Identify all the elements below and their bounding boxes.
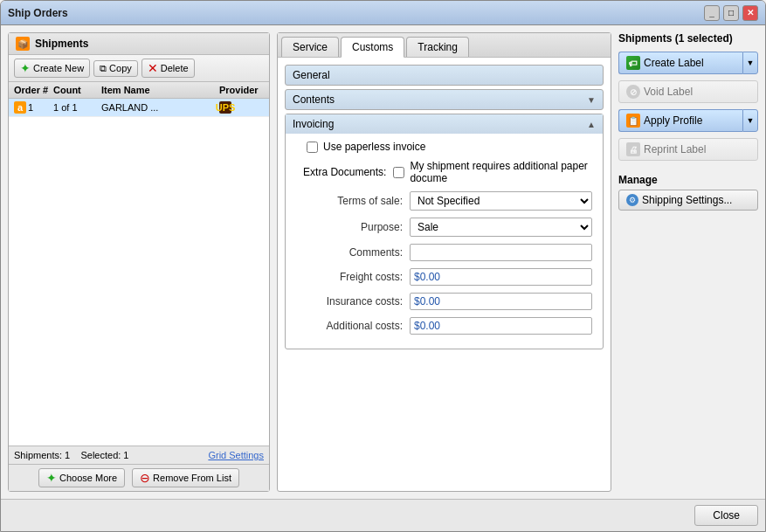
col-count: Count <box>52 84 100 96</box>
delete-button[interactable]: ✕ Delete <box>141 59 195 78</box>
window-title: Ship Orders <box>8 7 68 19</box>
bottom-toolbar: ✦ Choose More ⊖ Remove From List <box>9 464 269 491</box>
purpose-select[interactable]: Sale Gift Documents Returned Goods Sampl… <box>410 218 592 237</box>
table-body: a1 1 of 1 GARLAND ... UPS <box>9 99 269 446</box>
col-order: Order # <box>12 84 52 96</box>
invoicing-section: Invoicing ▲ Use paperless invoice Extra … <box>285 114 604 349</box>
title-bar: Ship Orders _ □ ✕ <box>1 1 765 25</box>
terms-of-sale-row: Terms of sale: Not Specified CIF CFR EXW… <box>296 191 592 211</box>
ups-icon: UPS <box>219 101 231 114</box>
additional-costs-row: Additional costs: <box>296 317 592 335</box>
void-label-text: Void Label <box>644 86 693 98</box>
choose-more-label: Choose More <box>59 473 117 483</box>
reprint-label-button[interactable]: 🖨 Reprint Label <box>618 138 758 161</box>
apply-profile-button[interactable]: 📋 Apply Profile <box>618 109 742 132</box>
reprint-label-icon: 🖨 <box>626 142 640 156</box>
shipping-settings-text: Shipping Settings... <box>642 194 732 206</box>
extra-docs-checkbox-label: My shipment requires additional paper do… <box>410 160 592 184</box>
copy-label: Copy <box>109 63 132 73</box>
apply-profile-icon: 📋 <box>626 114 640 128</box>
choose-more-icon: ✦ <box>46 471 57 485</box>
left-panel-header: 📦 Shipments <box>9 33 269 55</box>
reprint-label-text: Reprint Label <box>644 143 706 155</box>
left-panel: 📦 Shipments ✦ Create New ⧉ Copy ✕ Delete <box>8 32 270 492</box>
comments-control <box>410 244 592 261</box>
comments-label: Comments: <box>296 246 410 259</box>
comments-input[interactable] <box>410 244 592 261</box>
create-label-text: Create Label <box>644 57 704 69</box>
footer-shipments: Shipments: 1 Selected: 1 <box>14 450 128 460</box>
minimize-button[interactable]: _ <box>704 5 720 21</box>
terms-of-sale-label: Terms of sale: <box>296 195 410 207</box>
shipping-settings-button[interactable]: ⚙ Shipping Settings... <box>618 190 758 211</box>
purpose-control: Sale Gift Documents Returned Goods Sampl… <box>410 218 592 237</box>
remove-label: Remove From List <box>153 473 231 483</box>
bottom-bar: Close <box>1 499 765 531</box>
shipments-icon: 📦 <box>16 37 30 51</box>
table-row[interactable]: a1 1 of 1 GARLAND ... UPS <box>9 99 269 117</box>
row-order-num: a1 <box>12 100 52 114</box>
create-label-button[interactable]: 🏷 Create Label <box>618 52 742 74</box>
invoicing-chevron-icon: ▲ <box>587 120 596 129</box>
title-bar-controls: _ □ ✕ <box>704 5 758 21</box>
extra-docs-row: Extra Documents: My shipment requires ad… <box>296 160 592 184</box>
apply-profile-text: Apply Profile <box>644 114 702 127</box>
invoicing-section-label: Invoicing <box>293 118 334 130</box>
delete-label: Delete <box>161 63 189 73</box>
terms-of-sale-select[interactable]: Not Specified CIF CFR EXW FOB <box>410 191 592 211</box>
create-new-label: Create New <box>33 63 84 73</box>
tab-tracking[interactable]: Tracking <box>406 37 469 57</box>
create-label-icon: 🏷 <box>626 56 640 70</box>
additional-costs-input[interactable] <box>410 317 592 335</box>
row-count: 1 of 1 <box>52 101 100 114</box>
comments-row: Comments: <box>296 244 592 261</box>
row-item-name: GARLAND ... <box>100 101 217 114</box>
choose-more-button[interactable]: ✦ Choose More <box>38 468 125 487</box>
create-new-button[interactable]: ✦ Create New <box>14 59 90 78</box>
insurance-costs-control <box>410 293 592 310</box>
insurance-costs-input[interactable] <box>410 293 592 310</box>
contents-section-header[interactable]: Contents ▼ <box>285 89 604 110</box>
copy-button[interactable]: ⧉ Copy <box>93 60 138 77</box>
paperless-row: Use paperless invoice <box>296 141 592 153</box>
left-panel-footer: Shipments: 1 Selected: 1 Grid Settings <box>9 446 269 464</box>
main-window: Ship Orders _ □ ✕ 📦 Shipments ✦ Create N… <box>0 0 766 532</box>
customs-panel-content: General Contents ▼ Invoicing ▲ <box>278 58 611 491</box>
col-item: Item Name <box>100 84 217 96</box>
manage-section: Manage ⚙ Shipping Settings... <box>618 174 758 211</box>
delete-icon: ✕ <box>148 61 158 75</box>
tab-customs[interactable]: Customs <box>341 37 404 58</box>
create-new-icon: ✦ <box>20 61 31 75</box>
contents-section-label: Contents <box>293 93 335 106</box>
extra-docs-label: Extra Documents: <box>296 166 393 178</box>
main-content: 📦 Shipments ✦ Create New ⧉ Copy ✕ Delete <box>1 25 765 499</box>
create-label-dropdown-button[interactable]: ▼ <box>742 52 758 74</box>
remove-from-list-button[interactable]: ⊖ Remove From List <box>132 468 239 487</box>
maximize-button[interactable]: □ <box>723 5 739 21</box>
shipments-toolbar: ✦ Create New ⧉ Copy ✕ Delete <box>9 55 269 82</box>
apply-profile-dropdown-button[interactable]: ▼ <box>742 109 758 132</box>
invoicing-section-header[interactable]: Invoicing ▲ <box>286 114 603 134</box>
col-provider: Provider <box>217 84 266 96</box>
grid-settings-link[interactable]: Grid Settings <box>208 450 264 460</box>
additional-costs-control <box>410 317 592 335</box>
close-title-button[interactable]: ✕ <box>742 5 758 21</box>
tab-service[interactable]: Service <box>281 37 339 57</box>
create-label-split: 🏷 Create Label ▼ <box>618 52 758 74</box>
freight-costs-control <box>410 268 592 286</box>
void-label-button[interactable]: ⊘ Void Label <box>618 80 758 103</box>
purpose-row: Purpose: Sale Gift Documents Returned Go… <box>296 218 592 237</box>
close-button[interactable]: Close <box>694 505 758 526</box>
manage-title: Manage <box>618 174 758 186</box>
terms-of-sale-control: Not Specified CIF CFR EXW FOB <box>410 191 592 211</box>
freight-costs-input[interactable] <box>410 268 592 286</box>
invoicing-body: Use paperless invoice Extra Documents: M… <box>286 134 603 349</box>
purpose-label: Purpose: <box>296 221 410 233</box>
paperless-checkbox[interactable] <box>307 142 318 153</box>
freight-costs-row: Freight costs: <box>296 268 592 286</box>
apply-profile-split: 📋 Apply Profile ▼ <box>618 109 758 132</box>
general-section-header[interactable]: General <box>285 65 604 86</box>
shipments-title: Shipments <box>35 38 88 50</box>
insurance-costs-row: Insurance costs: <box>296 293 592 310</box>
extra-docs-checkbox[interactable] <box>393 167 404 178</box>
